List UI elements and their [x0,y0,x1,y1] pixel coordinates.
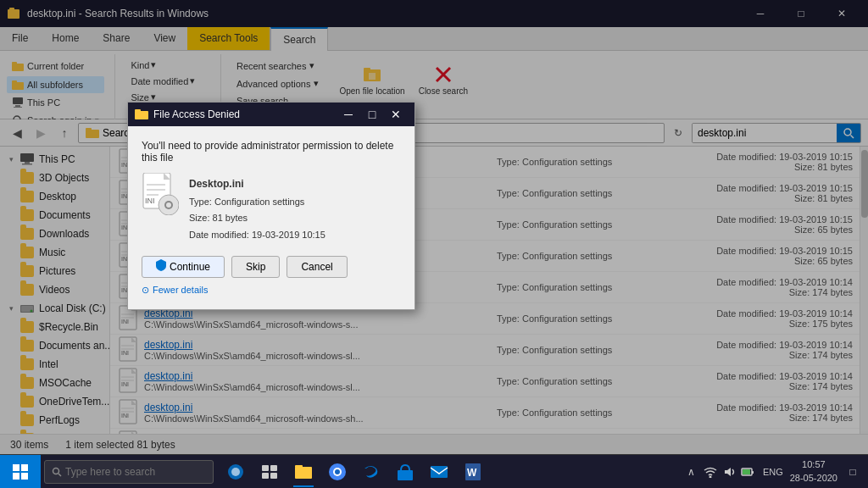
dialog-filename: Desktop.ini [189,175,326,194]
svg-point-108 [335,469,340,474]
taskbar-mail-icon[interactable] [424,457,454,487]
svg-rect-92 [13,464,19,471]
svg-point-96 [53,468,59,474]
fewer-details-icon: ⊙ [142,285,149,296]
dialog-title: File Access Denied [153,108,337,120]
dialog-title-icon [135,108,148,121]
dialog-file-date: Date modified: 19-03-2019 10:15 [189,227,326,244]
tray-lang: ENG [763,467,783,477]
dialog-file-details: Desktop.ini Type: Configuration settings… [189,175,326,244]
dialog-close-button[interactable]: ✕ [384,103,408,126]
svg-rect-81 [135,111,148,119]
tray-notification-icon[interactable]: □ [844,463,861,480]
dialog-titlebar: File Access Denied ─ □ ✕ [128,103,415,126]
svg-point-113 [709,475,711,478]
dialog-minimize-button[interactable]: ─ [337,103,360,126]
clock-date: 28-05-2020 [790,472,837,485]
dialog-file-icon: INI [142,175,179,213]
svg-point-91 [166,202,171,208]
svg-rect-116 [743,469,750,474]
search-icon [52,467,62,477]
svg-rect-82 [135,109,141,112]
svg-text:W: W [467,467,477,479]
taskbar-search-box[interactable] [44,460,214,484]
taskbar-task-view-icon[interactable] [254,457,285,487]
taskbar-cortana-icon[interactable] [220,457,251,487]
dialog-file-type: Type: Configuration settings [189,194,326,211]
dialog-maximize-button[interactable]: □ [360,103,384,126]
clock-time: 10:57 [790,458,837,471]
tray-network-icon[interactable] [702,463,719,480]
svg-rect-109 [398,470,413,480]
svg-point-99 [231,468,240,476]
dialog-fewer-details-button[interactable]: ⊙ Fewer details [142,285,401,296]
svg-rect-95 [21,473,28,480]
dialog-cancel-button[interactable]: Cancel [287,256,347,278]
svg-rect-101 [270,465,277,471]
windows-logo-icon [13,464,28,480]
dialog-skip-button[interactable]: Skip [231,256,280,278]
dialog-message: You'll need to provide administrator per… [142,140,401,164]
taskbar: W ∧ ENG 10:57 28-05-2020 □ [0,454,868,488]
svg-rect-102 [262,473,269,479]
svg-rect-105 [295,465,303,468]
taskbar-clock[interactable]: 10:57 28-05-2020 [790,458,837,485]
svg-rect-110 [431,466,448,478]
taskbar-store-icon[interactable] [390,457,420,487]
taskbar-explorer-icon[interactable] [288,457,319,487]
svg-rect-115 [752,471,754,474]
tray-volume-icon[interactable] [721,463,737,480]
tray-icons: ∧ [683,463,756,480]
taskbar-icons: W [220,457,683,487]
taskbar-search-input[interactable] [65,466,201,478]
svg-rect-100 [262,465,269,471]
taskbar-tray: ∧ ENG 10:57 28-05-2020 □ [683,458,861,485]
svg-text:INI: INI [145,197,155,205]
dialog-content: You'll need to provide administrator per… [128,126,415,309]
dialog-file-size: Size: 81 bytes [189,210,326,227]
dialog-continue-button[interactable]: Continue [142,256,225,278]
taskbar-chrome-icon[interactable] [322,457,353,487]
svg-rect-94 [13,473,19,480]
svg-rect-103 [270,473,277,479]
tray-up-arrow[interactable]: ∧ [683,463,700,480]
shield-icon [156,259,166,274]
tray-battery-icon[interactable] [739,463,756,480]
dialog-file-info: INI Desktop.ini Type: Configuration sett… [142,175,401,244]
start-button[interactable] [0,455,41,489]
dialog-controls: ─ □ ✕ [337,103,408,126]
svg-rect-104 [295,467,312,479]
taskbar-edge-icon[interactable] [356,457,387,487]
svg-rect-93 [21,464,28,471]
dialog-overlay: File Access Denied ─ □ ✕ You'll need to … [0,0,868,488]
dialog-buttons: Continue Skip Cancel [142,256,401,278]
file-access-denied-dialog: File Access Denied ─ □ ✕ You'll need to … [127,102,415,310]
svg-line-97 [58,474,61,476]
taskbar-word-icon[interactable]: W [458,457,488,487]
